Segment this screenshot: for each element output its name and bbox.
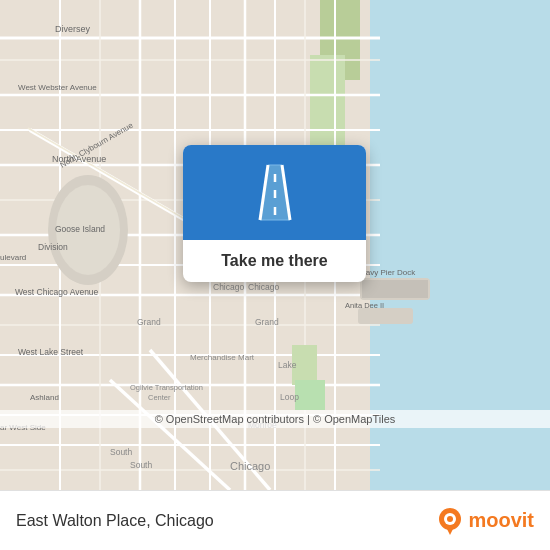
svg-text:Grand: Grand [137,317,161,327]
svg-text:Navy Pier Dock: Navy Pier Dock [360,268,416,277]
svg-text:South: South [130,460,152,470]
svg-text:ulevard: ulevard [0,253,26,262]
svg-text:Ogilvie Transportation: Ogilvie Transportation [130,383,203,392]
svg-text:Loop: Loop [280,392,299,402]
svg-text:Anita Dee II: Anita Dee II [345,301,384,310]
svg-rect-36 [362,280,428,298]
svg-text:Chicago: Chicago [230,460,270,472]
svg-marker-77 [446,527,454,535]
map-container: Diversey West Webster Avenue North Avenu… [0,0,550,490]
bottom-bar: East Walton Place, Chicago moovit [0,490,550,550]
svg-text:Diversey: Diversey [55,24,91,34]
svg-text:Center: Center [148,393,171,402]
svg-text:South: South [110,447,132,457]
map-attribution: © OpenStreetMap contributors | © OpenMap… [0,410,550,428]
svg-rect-37 [358,308,413,324]
moovit-brand-text: moovit [468,509,534,532]
svg-text:Goose Island: Goose Island [55,224,105,234]
road-directions-icon [240,160,310,225]
svg-text:Chicago: Chicago [213,282,244,292]
svg-text:Division: Division [38,242,68,252]
directions-card[interactable]: Take me there [183,145,366,282]
svg-text:Lake: Lake [278,360,297,370]
card-icon-area [183,145,366,240]
svg-text:West Chicago Avenue: West Chicago Avenue [15,287,99,297]
svg-text:Chicago: Chicago [248,282,279,292]
svg-rect-39 [295,380,325,410]
svg-text:West Webster Avenue: West Webster Avenue [18,83,97,92]
svg-text:Ashland: Ashland [30,393,59,402]
svg-point-76 [447,516,453,522]
location-label: East Walton Place, Chicago [16,512,214,530]
svg-text:West Lake Street: West Lake Street [18,347,84,357]
moovit-logo: moovit [436,507,534,535]
svg-text:Merchandise Mart: Merchandise Mart [190,353,255,362]
svg-text:Grand: Grand [255,317,279,327]
take-me-there-button[interactable]: Take me there [221,252,327,269]
moovit-pin-icon [436,507,464,535]
card-button-area[interactable]: Take me there [183,240,366,282]
